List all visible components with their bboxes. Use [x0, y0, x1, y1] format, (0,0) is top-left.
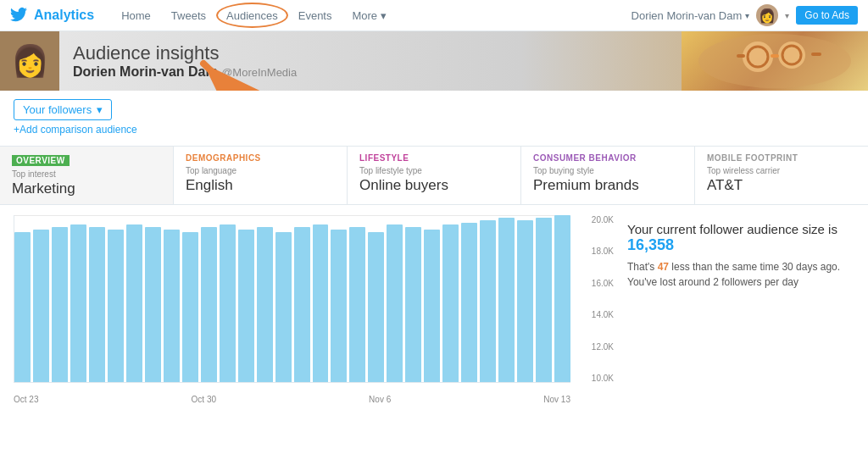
nav-audiences[interactable]: Audiences — [216, 3, 288, 28]
overview-tabs: OVERVIEW Top interest Marketing DEMOGRAP… — [0, 146, 868, 205]
navbar: Analytics Home Tweets Audiences Events M… — [0, 0, 868, 31]
nav-events[interactable]: Events — [288, 0, 342, 31]
chart-bar — [368, 232, 384, 382]
chart-info-main: Your current follower audience size is 1… — [627, 222, 844, 254]
tab-overview-label: OVERVIEW — [12, 155, 70, 166]
chart-bar — [126, 224, 142, 382]
chart-bars — [14, 215, 570, 383]
tab-lifestyle-value: Online buyers — [359, 177, 509, 194]
chart-bar — [89, 227, 105, 382]
tab-mobile-label: MOBILE FOOTPRINT — [707, 153, 856, 163]
user-name[interactable]: Dorien Morin-van Dam ▾ — [632, 9, 750, 22]
tab-lifestyle-sublabel: Top lifestyle type — [359, 166, 509, 175]
chart-bar — [70, 224, 86, 382]
audience-dropdown-label: Your followers — [23, 103, 92, 116]
nav-links: Home Tweets Audiences Events More ▾ — [111, 0, 631, 31]
banner-handle: @MoreInMedia — [221, 66, 297, 79]
tab-demographics-sublabel: Top language — [186, 166, 335, 175]
chart-bar — [33, 230, 49, 382]
tab-mobile-footprint[interactable]: MOBILE FOOTPRINT Top wireless carrier AT… — [695, 147, 868, 204]
tab-overview-value: Marketing — [12, 180, 161, 197]
svg-point-0 — [698, 34, 851, 88]
y-axis-label: 18.0K — [592, 247, 614, 256]
tab-overview[interactable]: OVERVIEW Top interest Marketing — [0, 147, 174, 204]
y-axis-label: 10.0K — [592, 374, 614, 383]
x-axis-label: Nov 13 — [543, 395, 570, 404]
y-axis-label: 16.0K — [592, 279, 614, 288]
chart-area: 20.0K18.0K16.0K14.0K12.0K10.0K Oct 23Oct… — [0, 205, 868, 408]
chart-bar — [480, 220, 496, 382]
twitter-logo-icon — [10, 7, 27, 25]
x-axis-label: Oct 30 — [192, 395, 216, 404]
tab-overview-sublabel: Top interest — [12, 169, 161, 179]
audience-dropdown[interactable]: Your followers ▾ — [14, 99, 112, 120]
nav-home[interactable]: Home — [111, 0, 161, 31]
x-axis-label: Oct 23 — [14, 395, 38, 404]
app-brand: Analytics — [34, 8, 94, 23]
profile-avatar: 👩 — [0, 31, 59, 91]
avatar-image: 👩 — [759, 8, 776, 24]
y-axis-label: 20.0K — [592, 215, 614, 224]
chart-container: 20.0K18.0K16.0K14.0K12.0K10.0K Oct 23Oct… — [0, 215, 617, 408]
chart-bar — [164, 230, 180, 382]
avatar[interactable]: 👩 — [756, 4, 778, 26]
chart-y-axis: 20.0K18.0K16.0K14.0K12.0K10.0K — [575, 215, 617, 383]
y-axis-label: 12.0K — [592, 342, 614, 352]
chart-bar — [14, 232, 31, 382]
chart-bar — [331, 230, 347, 382]
header-banner: 👩 Audience insights Dorien Morin-van Dam… — [0, 31, 868, 91]
chart-bar — [349, 227, 365, 382]
chart-bar — [182, 232, 198, 382]
chart-bar — [108, 230, 124, 382]
chart-bar — [424, 230, 440, 382]
tab-demographics-value: English — [186, 177, 335, 194]
chart-bar — [554, 215, 570, 382]
chart-bar — [442, 224, 459, 382]
banner-title: Audience insights — [73, 42, 297, 64]
chart-bar — [201, 227, 217, 382]
tab-consumer-label: CONSUMER BEHAVIOR — [533, 153, 682, 163]
chart-bar — [145, 227, 161, 382]
tab-consumer-behavior[interactable]: CONSUMER BEHAVIOR Top buying style Premi… — [521, 147, 695, 204]
user-chevron-icon: ▾ — [745, 11, 749, 20]
chart-bar — [387, 224, 403, 382]
chart-bar — [498, 218, 515, 382]
profile-avatar-image: 👩 — [11, 43, 49, 79]
chart-bar — [461, 223, 477, 382]
tab-demographics[interactable]: DEMOGRAPHICS Top language English — [174, 147, 348, 204]
chart-bar — [405, 227, 421, 382]
chart-x-labels: Oct 23Oct 30Nov 6Nov 13 — [14, 395, 570, 404]
banner-text: Audience insights Dorien Morin-van Dam @… — [59, 42, 297, 80]
go-to-ads-button[interactable]: Go to Ads — [796, 6, 858, 25]
banner-illustration — [690, 31, 860, 91]
add-comparison-link[interactable]: +Add comparison audience — [14, 124, 854, 136]
tab-demographics-label: DEMOGRAPHICS — [186, 153, 335, 163]
tab-consumer-value: Premium brands — [533, 177, 682, 194]
dropdown-chevron-icon: ▾ — [97, 103, 103, 116]
tab-consumer-sublabel: Top buying style — [533, 166, 682, 175]
chart-bar — [257, 227, 273, 382]
avatar-chevron-icon: ▾ — [785, 11, 789, 20]
controls: Your followers ▾ +Add comparison audienc… — [0, 91, 868, 141]
chart-bar — [313, 224, 329, 382]
tab-lifestyle-label: LIFESTYLE — [359, 153, 509, 163]
chart-bar — [536, 218, 552, 382]
tab-mobile-value: AT&T — [707, 177, 856, 194]
chart-bar — [220, 224, 236, 382]
chart-bar — [517, 220, 533, 382]
nav-right: Dorien Morin-van Dam ▾ 👩 ▾ Go to Ads — [632, 4, 858, 26]
nav-tweets[interactable]: Tweets — [161, 0, 216, 31]
y-axis-label: 14.0K — [592, 310, 614, 319]
banner-name: Dorien Morin-van Dam @MoreInMedia — [73, 64, 297, 80]
chart-info: Your current follower audience size is 1… — [617, 215, 854, 408]
svg-rect-3 — [771, 54, 779, 58]
chart-bar — [294, 227, 310, 382]
nav-more[interactable]: More ▾ — [342, 0, 396, 31]
chart-info-detail: That's 47 less than the same time 30 day… — [627, 259, 844, 290]
tab-lifestyle[interactable]: LIFESTYLE Top lifestyle type Online buye… — [348, 147, 521, 204]
banner-image — [682, 31, 868, 91]
x-axis-label: Nov 6 — [369, 395, 391, 404]
svg-rect-6 — [737, 54, 745, 58]
tab-mobile-sublabel: Top wireless carrier — [707, 166, 856, 175]
svg-rect-7 — [811, 53, 821, 56]
